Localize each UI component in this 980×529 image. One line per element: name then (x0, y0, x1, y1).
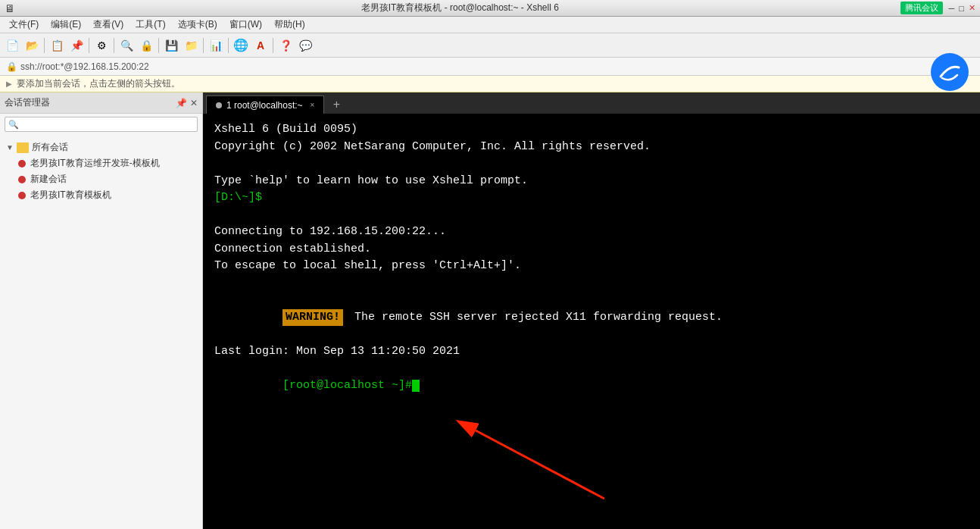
tree-root-label: 所有会话 (32, 141, 68, 154)
session-dot-1 (18, 160, 26, 167)
sep2 (89, 38, 89, 53)
list-item[interactable]: 新建会话 (18, 171, 202, 187)
tencent-meeting-icon (931, 53, 969, 91)
globe-btn[interactable]: 🌐 (232, 36, 250, 55)
arrow-annotation (423, 408, 650, 506)
sep4 (158, 38, 159, 53)
tab-bar: 1 root@localhost:~ × + (203, 92, 980, 114)
term-prompt2-line: [root@localhost ~]# (214, 360, 969, 412)
title-text: 老男孩IT教育模板机 - root@localhost:~ - Xshell 6 (20, 2, 900, 14)
term-line-7: Connection established. (214, 241, 969, 258)
sidebar-search (0, 114, 202, 135)
sep7 (273, 38, 273, 53)
tree-children: 老男孩IT教育运维开发班-模板机 新建会话 老男孩IT教育模板机 (0, 155, 202, 203)
sep5 (203, 38, 204, 53)
paste-btn[interactable]: 📌 (67, 36, 86, 55)
folder-icon (17, 142, 29, 153)
tab-label: 1 root@localhost:~ (226, 100, 303, 111)
menu-tools[interactable]: 工具(T) (130, 17, 171, 33)
term-cursor (412, 380, 420, 392)
sidebar-title: 会话管理器 (5, 96, 50, 109)
term-line-6: Connecting to 192.168.15.200:22... (214, 224, 969, 241)
arrow-icon: ▶ (6, 80, 12, 88)
monitor-btn[interactable]: 📊 (207, 36, 225, 55)
terminal-content[interactable]: Xshell 6 (Build 0095) Copyright (c) 2002… (203, 114, 980, 529)
tree-group-all: ▼ 所有会话 老男孩IT教育运维开发班-模板机 新建会话 (0, 138, 202, 205)
sep1 (44, 38, 45, 53)
term-warning-line: WARNING! The remote SSH server rejected … (214, 292, 969, 343)
sidebar-header: 会话管理器 📌 ✕ (0, 92, 202, 114)
menu-tabs[interactable]: 选项卡(B) (172, 17, 223, 33)
term-line-2: Copyright (c) 2002 NetSarang Computer, I… (214, 139, 969, 156)
sidebar-tree: ▼ 所有会话 老男孩IT教育运维开发班-模板机 新建会话 (0, 135, 202, 529)
expand-icon: ▼ (6, 143, 14, 152)
menu-help[interactable]: 帮助(H) (268, 17, 311, 33)
term-prompt2: [root@localhost ~]# (282, 379, 412, 392)
main-layout: 会话管理器 📌 ✕ ▼ 所有会话 (0, 92, 980, 529)
menu-bar: 文件(F) 编辑(E) 查看(V) 工具(T) 选项卡(B) 窗口(W) 帮助(… (0, 17, 980, 33)
tree-group-header[interactable]: ▼ 所有会话 (0, 139, 202, 155)
maximize-btn[interactable]: □ (959, 4, 964, 13)
term-prompt1: [D:\~]$ (214, 189, 969, 207)
lock-btn[interactable]: 🔒 (137, 36, 155, 55)
list-item[interactable]: 老男孩IT教育运维开发班-模板机 (18, 155, 202, 171)
minimize-btn[interactable]: ─ (949, 4, 955, 13)
zoom-in-btn[interactable]: 🔍 (117, 36, 136, 55)
session-label-3: 老男孩IT教育模板机 (30, 189, 111, 202)
sep3 (114, 38, 114, 53)
toolbar: 📄 📂 📋 📌 ⚙ 🔍 🔒 💾 📁 📊 🌐 A ❓ 💬 (0, 33, 980, 58)
app-icon: 🖥 (5, 2, 15, 14)
address-value[interactable]: ssh://root:*@192.168.15.200:22 (20, 61, 149, 72)
sidebar-pin-icon[interactable]: 📌 (176, 98, 187, 108)
tencent-meeting-btn[interactable]: 腾讯会议 (900, 2, 943, 14)
transfer-btn[interactable]: 💾 (162, 36, 180, 55)
session-dot-3 (18, 192, 26, 199)
term-line-8: To escape to local shell, press 'Ctrl+Al… (214, 258, 969, 275)
tab-dot (216, 102, 222, 108)
title-bar: 🖥 老男孩IT教育模板机 - root@localhost:~ - Xshell… (0, 0, 980, 17)
tab-main[interactable]: 1 root@localhost:~ × (206, 95, 324, 114)
search-input[interactable] (5, 117, 198, 132)
menu-edit[interactable]: 编辑(E) (45, 17, 87, 33)
properties-btn[interactable]: ⚙ (92, 36, 111, 55)
font-btn[interactable]: A (251, 36, 270, 55)
sidebar-icons: 📌 ✕ (176, 98, 198, 108)
chat-btn[interactable]: 💬 (296, 36, 314, 55)
term-line-10: Last login: Mon Sep 13 11:20:50 2021 (214, 343, 969, 361)
term-line-3 (214, 155, 969, 173)
address-bar: 🔒 ssh://root:*@192.168.15.200:22 (0, 58, 980, 76)
sep6 (228, 38, 229, 53)
transfer2-btn[interactable]: 📁 (182, 36, 200, 55)
term-line-blank2 (214, 207, 969, 224)
list-item[interactable]: 老男孩IT教育模板机 (18, 187, 202, 203)
session-label-2: 新建会话 (30, 173, 67, 186)
menu-window[interactable]: 窗口(W) (223, 17, 268, 33)
warning-label: WARNING! (282, 309, 343, 327)
open-btn[interactable]: 📂 (23, 36, 41, 55)
session-dot-2 (18, 176, 26, 183)
term-line-1: Xshell 6 (Build 0095) (214, 121, 969, 139)
copy-btn[interactable]: 📋 (48, 36, 66, 55)
menu-view[interactable]: 查看(V) (87, 17, 130, 33)
info-bar: ▶ 要添加当前会话，点击左侧的箭头按钮。 (0, 76, 980, 92)
info-text: 要添加当前会话，点击左侧的箭头按钮。 (17, 77, 180, 90)
help-btn[interactable]: ❓ (276, 36, 295, 55)
session-label-1: 老男孩IT教育运维开发班-模板机 (30, 157, 160, 170)
menu-file[interactable]: 文件(F) (3, 17, 45, 33)
sidebar-close-icon[interactable]: ✕ (190, 98, 198, 108)
terminal-area: 1 root@localhost:~ × + Xshell 6 (Build 0… (203, 92, 980, 529)
new-session-btn[interactable]: 📄 (3, 36, 21, 55)
warning-text: The remote SSH server rejected X11 forwa… (348, 311, 723, 324)
lock-icon: 🔒 (6, 61, 17, 72)
tab-add-btn[interactable]: + (327, 95, 345, 114)
close-btn[interactable]: ✕ (969, 3, 975, 13)
sidebar: 会话管理器 📌 ✕ ▼ 所有会话 (0, 92, 203, 529)
term-line-blank3 (214, 275, 969, 293)
svg-line-1 (476, 430, 604, 499)
term-line-4: Type `help' to learn how to use Xshell p… (214, 173, 969, 190)
tab-close-btn[interactable]: × (311, 101, 315, 109)
